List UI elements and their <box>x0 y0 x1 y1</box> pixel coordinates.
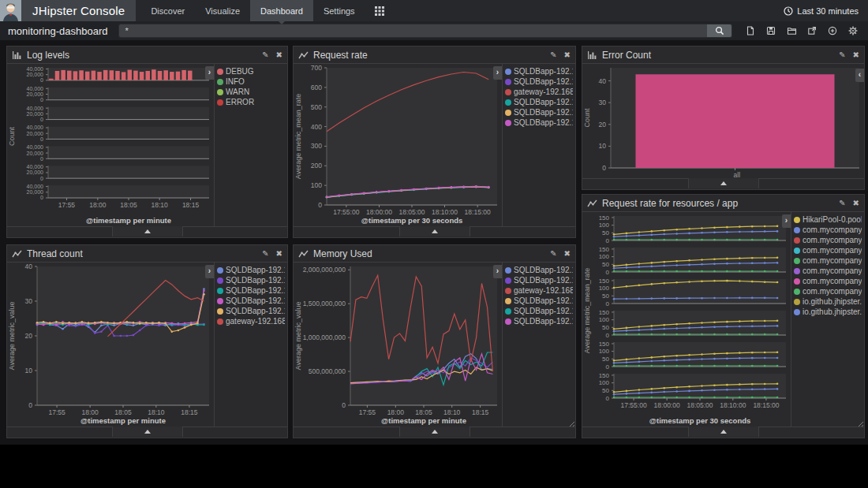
legend-item[interactable]: io.github.jhipster.web.r... <box>791 307 864 317</box>
legend-item[interactable]: SQLDBapp-192.168.4... <box>215 265 287 275</box>
legend-item[interactable]: SQLDBapp-192.168.4... <box>503 265 575 275</box>
legend-item[interactable]: SQLDBapp-192.168.4... <box>503 97 575 107</box>
legend-item[interactable]: HikariPool-0.pool.Wait <box>791 214 864 225</box>
time-picker[interactable]: Last 30 minutes <box>774 0 868 21</box>
legend-item[interactable]: com.mycompany.myap... <box>791 245 864 255</box>
legend-item[interactable]: com.mycompany.myap... <box>791 286 864 296</box>
legend-item[interactable]: gateway-192.168.43.8:... <box>503 87 575 97</box>
svg-text:0: 0 <box>28 401 32 409</box>
legend-toggle-icon[interactable]: › <box>782 214 791 228</box>
svg-text:50: 50 <box>602 261 609 268</box>
search-button[interactable] <box>707 24 732 38</box>
apps-grid-icon[interactable] <box>365 0 394 21</box>
legend-item[interactable]: gateway-192.168.43.8:... <box>503 285 575 296</box>
edit-panel-icon[interactable]: ✎ <box>550 51 556 59</box>
line-chart-icon <box>12 249 22 259</box>
clock-icon <box>784 6 793 16</box>
query-input[interactable] <box>118 24 707 38</box>
svg-text:0: 0 <box>40 117 43 122</box>
line-chart-icon <box>298 249 309 259</box>
legend-item[interactable]: SQLDBapp-192.168.4... <box>503 296 575 306</box>
share-dashboard-button[interactable] <box>802 23 822 39</box>
legend-toggle-icon[interactable]: › <box>493 66 502 80</box>
legend-item[interactable]: SQLDBapp-192.168.4... <box>503 107 575 117</box>
legend-item[interactable]: com.mycompany.myap... <box>791 235 864 245</box>
legend-item[interactable]: DEBUG <box>215 66 287 76</box>
legend-color-dot <box>217 319 223 325</box>
legend-item[interactable]: com.mycompany.myap... <box>791 266 864 276</box>
chevron-up-icon <box>432 229 438 233</box>
close-panel-icon[interactable]: ✖ <box>564 51 571 59</box>
legend-item[interactable]: SQLDBapp-192.168.4... <box>503 76 575 87</box>
collapse-panel-button[interactable] <box>399 427 470 437</box>
nav-item[interactable]: Visualize <box>195 0 250 21</box>
svg-text:150: 150 <box>599 214 610 222</box>
legend-color-dot <box>217 278 223 284</box>
edit-panel-icon[interactable]: ✎ <box>839 199 845 207</box>
legend-item[interactable]: gateway-192.168.43.8:... <box>215 316 287 326</box>
svg-text:20,000: 20,000 <box>27 111 44 117</box>
legend-item[interactable]: WARN <box>215 87 287 97</box>
legend-item[interactable]: SQLDBapp-192.168.4... <box>215 306 287 316</box>
legend-item[interactable]: com.mycompany.myap... <box>791 255 864 266</box>
svg-text:10: 10 <box>25 367 33 374</box>
app-title: JHipster Console <box>21 0 136 21</box>
legend-toggle-icon[interactable]: › <box>205 265 214 278</box>
add-visualization-button[interactable] <box>822 23 843 39</box>
svg-text:17:55: 17:55 <box>48 408 65 416</box>
svg-text:10: 10 <box>599 142 607 150</box>
svg-text:Average metric_value: Average metric_value <box>8 302 16 371</box>
collapse-panel-button[interactable] <box>688 427 759 437</box>
legend-item[interactable]: com.mycompany.myap... <box>791 225 864 235</box>
close-panel-icon[interactable]: ✖ <box>276 51 282 59</box>
load-dashboard-button[interactable] <box>781 23 802 39</box>
svg-text:40,000: 40,000 <box>27 125 44 130</box>
nav-item[interactable]: Dashboard <box>250 0 313 21</box>
close-panel-icon[interactable]: ✖ <box>853 199 859 207</box>
edit-panel-icon[interactable]: ✎ <box>550 250 556 258</box>
options-button[interactable] <box>843 23 863 39</box>
svg-text:@timestamp per minute: @timestamp per minute <box>80 416 166 425</box>
collapse-panel-button[interactable] <box>399 226 470 237</box>
legend-item[interactable]: SQLDBapp-192.168.4... <box>503 275 575 285</box>
query-bar: monitoring-dashboard <box>0 21 868 40</box>
edit-panel-icon[interactable]: ✎ <box>839 51 845 59</box>
legend-color-dot <box>505 278 511 284</box>
collapse-panel-button[interactable] <box>112 226 183 237</box>
legend-item[interactable]: SQLDBapp-192.168.4... <box>503 306 575 316</box>
new-dashboard-button[interactable] <box>740 23 761 39</box>
legend-item[interactable]: SQLDBapp-192.168.4... <box>503 316 575 326</box>
memory-used-chart: 0500,000,0001,000,000,0001,500,000,0002,… <box>294 263 502 427</box>
legend-toggle-icon[interactable]: › <box>493 265 502 278</box>
legend-item[interactable]: SQLDBapp-192.168.4... <box>215 296 287 306</box>
jhipster-logo[interactable] <box>0 0 21 21</box>
legend-item[interactable]: com.mycompany.myap... <box>791 276 864 286</box>
panel-error-count: Error Count ✎ ✖ 010203040_allCount ‹ <box>582 46 865 190</box>
svg-text:20: 20 <box>599 121 607 129</box>
legend-item[interactable]: SQLDBapp-192.168.4... <box>215 285 287 296</box>
legend-item[interactable]: INFO <box>215 76 287 87</box>
edit-panel-icon[interactable]: ✎ <box>262 51 268 59</box>
legend-toggle-icon[interactable]: › <box>205 66 214 80</box>
nav-item[interactable]: Discover <box>140 0 195 21</box>
edit-panel-icon[interactable]: ✎ <box>262 250 268 258</box>
svg-text:@timestamp per minute: @timestamp per minute <box>381 416 466 425</box>
legend-item[interactable]: SQLDBapp-192.168.4... <box>503 117 575 128</box>
close-panel-icon[interactable]: ✖ <box>564 250 571 258</box>
nav-item[interactable]: Settings <box>313 0 365 21</box>
legend-item[interactable]: SQLDBapp-192.168.4... <box>215 275 287 285</box>
svg-text:0: 0 <box>318 201 322 209</box>
svg-text:0: 0 <box>606 237 610 244</box>
save-dashboard-button[interactable] <box>761 23 781 39</box>
legend-item[interactable]: io.github.jhipster.web.r... <box>791 296 864 307</box>
collapse-panel-button[interactable] <box>112 427 183 437</box>
close-panel-icon[interactable]: ✖ <box>853 51 859 59</box>
panel-thread-count: Thread count ✎ ✖ 01020304017:5518:0018:0… <box>6 244 288 438</box>
svg-text:500: 500 <box>311 103 322 111</box>
legend-item[interactable]: ERROR <box>215 97 287 107</box>
collapse-panel-button[interactable] <box>688 178 759 188</box>
legend-toggle-icon[interactable]: ‹ <box>855 69 864 82</box>
close-panel-icon[interactable]: ✖ <box>276 250 282 258</box>
legend-item[interactable]: SQLDBapp-192.168.4... <box>503 66 575 76</box>
dashboard-name: monitoring-dashboard <box>0 25 115 37</box>
